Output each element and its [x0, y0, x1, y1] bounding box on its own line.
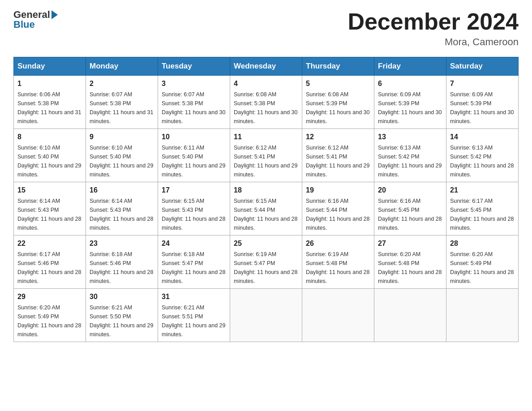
day-info: Sunrise: 6:21 AMSunset: 5:51 PMDaylight:… [162, 303, 226, 339]
day-info: Sunrise: 6:18 AMSunset: 5:47 PMDaylight:… [162, 250, 226, 286]
day-info: Sunrise: 6:17 AMSunset: 5:45 PMDaylight:… [450, 197, 515, 232]
day-info: Sunrise: 6:09 AMSunset: 5:39 PMDaylight:… [450, 90, 515, 126]
calendar-cell: 4 Sunrise: 6:08 AMSunset: 5:38 PMDayligh… [230, 76, 302, 129]
day-number: 22 [17, 238, 82, 249]
calendar-cell: 7 Sunrise: 6:09 AMSunset: 5:39 PMDayligh… [446, 76, 519, 129]
calendar-cell: 13 Sunrise: 6:13 AMSunset: 5:42 PMDaylig… [374, 129, 446, 182]
day-number: 7 [450, 78, 515, 89]
day-info: Sunrise: 6:08 AMSunset: 5:38 PMDaylight:… [234, 90, 298, 126]
calendar-header-saturday: Saturday [446, 57, 519, 76]
day-number: 5 [306, 78, 370, 89]
page-header: General Blue December 2024 Mora, Cameroo… [13, 9, 519, 48]
day-info: Sunrise: 6:16 AMSunset: 5:45 PMDaylight:… [378, 197, 442, 232]
day-number: 1 [17, 78, 82, 89]
calendar-cell: 23 Sunrise: 6:18 AMSunset: 5:46 PMDaylig… [86, 235, 158, 289]
calendar-table: SundayMondayTuesdayWednesdayThursdayFrid… [13, 57, 519, 342]
day-info: Sunrise: 6:13 AMSunset: 5:42 PMDaylight:… [450, 143, 515, 179]
day-number: 18 [234, 185, 298, 196]
calendar-week-1: 1 Sunrise: 6:06 AMSunset: 5:38 PMDayligh… [14, 76, 519, 129]
day-number: 9 [90, 132, 154, 142]
calendar-cell [446, 289, 519, 342]
calendar-cell [230, 289, 302, 342]
location: Mora, Cameroon [348, 36, 519, 48]
calendar-cell: 17 Sunrise: 6:15 AMSunset: 5:43 PMDaylig… [158, 182, 230, 235]
calendar-cell: 10 Sunrise: 6:11 AMSunset: 5:40 PMDaylig… [158, 129, 230, 182]
calendar-cell: 30 Sunrise: 6:21 AMSunset: 5:50 PMDaylig… [86, 289, 158, 342]
day-info: Sunrise: 6:10 AMSunset: 5:40 PMDaylight:… [90, 143, 154, 179]
calendar-cell [374, 289, 446, 342]
day-info: Sunrise: 6:19 AMSunset: 5:47 PMDaylight:… [234, 250, 298, 286]
calendar-cell: 29 Sunrise: 6:20 AMSunset: 5:49 PMDaylig… [14, 289, 86, 342]
day-number: 11 [234, 132, 298, 142]
calendar-cell: 8 Sunrise: 6:10 AMSunset: 5:40 PMDayligh… [14, 129, 86, 182]
calendar-cell: 14 Sunrise: 6:13 AMSunset: 5:42 PMDaylig… [446, 129, 519, 182]
calendar-header-tuesday: Tuesday [158, 57, 230, 76]
calendar-cell: 16 Sunrise: 6:14 AMSunset: 5:43 PMDaylig… [86, 182, 158, 235]
day-number: 15 [17, 185, 82, 196]
calendar-cell: 5 Sunrise: 6:08 AMSunset: 5:39 PMDayligh… [302, 76, 374, 129]
day-number: 23 [90, 238, 154, 249]
day-info: Sunrise: 6:17 AMSunset: 5:46 PMDaylight:… [17, 250, 82, 286]
logo-blue-text: Blue [13, 19, 35, 30]
day-number: 17 [162, 185, 226, 196]
calendar-cell: 3 Sunrise: 6:07 AMSunset: 5:38 PMDayligh… [158, 76, 230, 129]
calendar-cell: 1 Sunrise: 6:06 AMSunset: 5:38 PMDayligh… [14, 76, 86, 129]
day-info: Sunrise: 6:20 AMSunset: 5:48 PMDaylight:… [378, 250, 442, 286]
calendar-cell: 20 Sunrise: 6:16 AMSunset: 5:45 PMDaylig… [374, 182, 446, 235]
day-info: Sunrise: 6:07 AMSunset: 5:38 PMDaylight:… [162, 90, 226, 126]
calendar-cell: 24 Sunrise: 6:18 AMSunset: 5:47 PMDaylig… [158, 235, 230, 289]
calendar-cell: 22 Sunrise: 6:17 AMSunset: 5:46 PMDaylig… [14, 235, 86, 289]
day-number: 12 [306, 132, 370, 142]
day-number: 13 [378, 132, 442, 142]
day-number: 27 [378, 238, 442, 249]
calendar-header-sunday: Sunday [14, 57, 86, 76]
calendar-header-wednesday: Wednesday [230, 57, 302, 76]
day-info: Sunrise: 6:20 AMSunset: 5:49 PMDaylight:… [450, 250, 515, 286]
day-number: 14 [450, 132, 515, 142]
day-info: Sunrise: 6:19 AMSunset: 5:48 PMDaylight:… [306, 250, 370, 286]
day-info: Sunrise: 6:16 AMSunset: 5:44 PMDaylight:… [306, 197, 370, 232]
title-section: December 2024 Mora, Cameroon [348, 9, 519, 48]
day-number: 28 [450, 238, 515, 249]
day-number: 16 [90, 185, 154, 196]
calendar-cell: 2 Sunrise: 6:07 AMSunset: 5:38 PMDayligh… [86, 76, 158, 129]
day-number: 6 [378, 78, 442, 89]
calendar-cell: 26 Sunrise: 6:19 AMSunset: 5:48 PMDaylig… [302, 235, 374, 289]
calendar-week-2: 8 Sunrise: 6:10 AMSunset: 5:40 PMDayligh… [14, 129, 519, 182]
day-info: Sunrise: 6:12 AMSunset: 5:41 PMDaylight:… [234, 143, 298, 179]
day-number: 20 [378, 185, 442, 196]
day-info: Sunrise: 6:12 AMSunset: 5:41 PMDaylight:… [306, 143, 370, 179]
calendar-cell: 25 Sunrise: 6:19 AMSunset: 5:47 PMDaylig… [230, 235, 302, 289]
calendar-week-4: 22 Sunrise: 6:17 AMSunset: 5:46 PMDaylig… [14, 235, 519, 289]
day-info: Sunrise: 6:14 AMSunset: 5:43 PMDaylight:… [90, 197, 154, 232]
calendar-cell: 21 Sunrise: 6:17 AMSunset: 5:45 PMDaylig… [446, 182, 519, 235]
calendar-cell: 12 Sunrise: 6:12 AMSunset: 5:41 PMDaylig… [302, 129, 374, 182]
calendar-cell: 9 Sunrise: 6:10 AMSunset: 5:40 PMDayligh… [86, 129, 158, 182]
day-number: 24 [162, 238, 226, 249]
calendar-header-monday: Monday [86, 57, 158, 76]
calendar-cell: 28 Sunrise: 6:20 AMSunset: 5:49 PMDaylig… [446, 235, 519, 289]
day-info: Sunrise: 6:15 AMSunset: 5:44 PMDaylight:… [234, 197, 298, 232]
day-number: 26 [306, 238, 370, 249]
day-number: 2 [90, 78, 154, 89]
day-info: Sunrise: 6:21 AMSunset: 5:50 PMDaylight:… [90, 303, 154, 339]
calendar-cell: 15 Sunrise: 6:14 AMSunset: 5:43 PMDaylig… [14, 182, 86, 235]
calendar-header-row: SundayMondayTuesdayWednesdayThursdayFrid… [14, 57, 519, 76]
day-number: 8 [17, 132, 82, 142]
day-info: Sunrise: 6:09 AMSunset: 5:39 PMDaylight:… [378, 90, 442, 126]
day-number: 31 [162, 291, 226, 302]
calendar-header-thursday: Thursday [302, 57, 374, 76]
calendar-cell: 6 Sunrise: 6:09 AMSunset: 5:39 PMDayligh… [374, 76, 446, 129]
calendar-cell [302, 289, 374, 342]
day-info: Sunrise: 6:20 AMSunset: 5:49 PMDaylight:… [17, 303, 82, 339]
day-number: 29 [17, 291, 82, 302]
day-number: 21 [450, 185, 515, 196]
calendar-cell: 19 Sunrise: 6:16 AMSunset: 5:44 PMDaylig… [302, 182, 374, 235]
calendar-cell: 27 Sunrise: 6:20 AMSunset: 5:48 PMDaylig… [374, 235, 446, 289]
day-number: 25 [234, 238, 298, 249]
calendar-header-friday: Friday [374, 57, 446, 76]
day-info: Sunrise: 6:07 AMSunset: 5:38 PMDaylight:… [90, 90, 154, 126]
month-title: December 2024 [348, 9, 519, 34]
calendar-cell: 18 Sunrise: 6:15 AMSunset: 5:44 PMDaylig… [230, 182, 302, 235]
calendar-week-5: 29 Sunrise: 6:20 AMSunset: 5:49 PMDaylig… [14, 289, 519, 342]
